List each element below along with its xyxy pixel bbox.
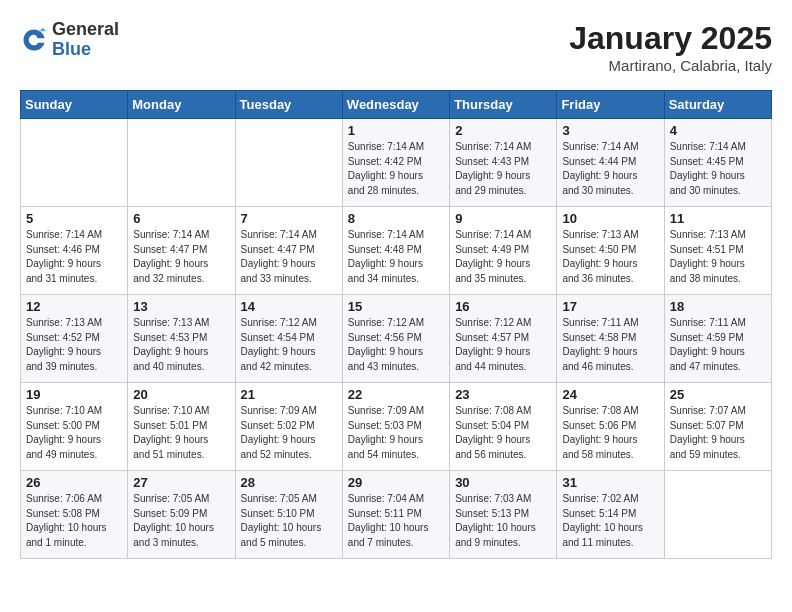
day-info: Sunrise: 7:08 AM Sunset: 5:06 PM Dayligh… (562, 404, 658, 462)
day-info: Sunrise: 7:08 AM Sunset: 5:04 PM Dayligh… (455, 404, 551, 462)
day-info: Sunrise: 7:13 AM Sunset: 4:50 PM Dayligh… (562, 228, 658, 286)
calendar-cell: 13Sunrise: 7:13 AM Sunset: 4:53 PM Dayli… (128, 295, 235, 383)
calendar-cell: 3Sunrise: 7:14 AM Sunset: 4:44 PM Daylig… (557, 119, 664, 207)
calendar-cell: 12Sunrise: 7:13 AM Sunset: 4:52 PM Dayli… (21, 295, 128, 383)
calendar-cell: 2Sunrise: 7:14 AM Sunset: 4:43 PM Daylig… (450, 119, 557, 207)
calendar-cell: 26Sunrise: 7:06 AM Sunset: 5:08 PM Dayli… (21, 471, 128, 559)
day-info: Sunrise: 7:11 AM Sunset: 4:59 PM Dayligh… (670, 316, 766, 374)
day-number: 5 (26, 211, 122, 226)
calendar-cell: 28Sunrise: 7:05 AM Sunset: 5:10 PM Dayli… (235, 471, 342, 559)
calendar-cell (128, 119, 235, 207)
day-info: Sunrise: 7:12 AM Sunset: 4:57 PM Dayligh… (455, 316, 551, 374)
day-info: Sunrise: 7:07 AM Sunset: 5:07 PM Dayligh… (670, 404, 766, 462)
day-info: Sunrise: 7:09 AM Sunset: 5:02 PM Dayligh… (241, 404, 337, 462)
calendar-cell: 20Sunrise: 7:10 AM Sunset: 5:01 PM Dayli… (128, 383, 235, 471)
day-number: 28 (241, 475, 337, 490)
day-info: Sunrise: 7:10 AM Sunset: 5:01 PM Dayligh… (133, 404, 229, 462)
weekday-header-friday: Friday (557, 91, 664, 119)
day-info: Sunrise: 7:14 AM Sunset: 4:48 PM Dayligh… (348, 228, 444, 286)
day-info: Sunrise: 7:11 AM Sunset: 4:58 PM Dayligh… (562, 316, 658, 374)
day-info: Sunrise: 7:05 AM Sunset: 5:10 PM Dayligh… (241, 492, 337, 550)
day-info: Sunrise: 7:04 AM Sunset: 5:11 PM Dayligh… (348, 492, 444, 550)
calendar-cell: 4Sunrise: 7:14 AM Sunset: 4:45 PM Daylig… (664, 119, 771, 207)
day-number: 29 (348, 475, 444, 490)
calendar-cell: 9Sunrise: 7:14 AM Sunset: 4:49 PM Daylig… (450, 207, 557, 295)
calendar-week-row: 19Sunrise: 7:10 AM Sunset: 5:00 PM Dayli… (21, 383, 772, 471)
calendar-cell: 8Sunrise: 7:14 AM Sunset: 4:48 PM Daylig… (342, 207, 449, 295)
day-info: Sunrise: 7:02 AM Sunset: 5:14 PM Dayligh… (562, 492, 658, 550)
day-number: 8 (348, 211, 444, 226)
day-number: 23 (455, 387, 551, 402)
calendar-cell: 16Sunrise: 7:12 AM Sunset: 4:57 PM Dayli… (450, 295, 557, 383)
day-number: 21 (241, 387, 337, 402)
day-info: Sunrise: 7:14 AM Sunset: 4:44 PM Dayligh… (562, 140, 658, 198)
logo-icon (20, 26, 48, 54)
day-info: Sunrise: 7:14 AM Sunset: 4:46 PM Dayligh… (26, 228, 122, 286)
day-info: Sunrise: 7:03 AM Sunset: 5:13 PM Dayligh… (455, 492, 551, 550)
day-info: Sunrise: 7:13 AM Sunset: 4:52 PM Dayligh… (26, 316, 122, 374)
day-number: 3 (562, 123, 658, 138)
title-block: January 2025 Martirano, Calabria, Italy (569, 20, 772, 74)
calendar-cell: 5Sunrise: 7:14 AM Sunset: 4:46 PM Daylig… (21, 207, 128, 295)
calendar-week-row: 1Sunrise: 7:14 AM Sunset: 4:42 PM Daylig… (21, 119, 772, 207)
day-info: Sunrise: 7:12 AM Sunset: 4:54 PM Dayligh… (241, 316, 337, 374)
weekday-header-row: SundayMondayTuesdayWednesdayThursdayFrid… (21, 91, 772, 119)
day-number: 19 (26, 387, 122, 402)
day-number: 31 (562, 475, 658, 490)
day-number: 18 (670, 299, 766, 314)
day-number: 10 (562, 211, 658, 226)
day-info: Sunrise: 7:12 AM Sunset: 4:56 PM Dayligh… (348, 316, 444, 374)
page-header: General Blue January 2025 Martirano, Cal… (20, 20, 772, 74)
day-number: 13 (133, 299, 229, 314)
day-info: Sunrise: 7:14 AM Sunset: 4:45 PM Dayligh… (670, 140, 766, 198)
day-number: 14 (241, 299, 337, 314)
weekday-header-sunday: Sunday (21, 91, 128, 119)
calendar-cell: 6Sunrise: 7:14 AM Sunset: 4:47 PM Daylig… (128, 207, 235, 295)
day-info: Sunrise: 7:14 AM Sunset: 4:47 PM Dayligh… (241, 228, 337, 286)
calendar-cell: 23Sunrise: 7:08 AM Sunset: 5:04 PM Dayli… (450, 383, 557, 471)
calendar-cell: 7Sunrise: 7:14 AM Sunset: 4:47 PM Daylig… (235, 207, 342, 295)
calendar-cell: 1Sunrise: 7:14 AM Sunset: 4:42 PM Daylig… (342, 119, 449, 207)
logo: General Blue (20, 20, 119, 60)
weekday-header-thursday: Thursday (450, 91, 557, 119)
logo-text: General Blue (52, 20, 119, 60)
calendar-cell: 31Sunrise: 7:02 AM Sunset: 5:14 PM Dayli… (557, 471, 664, 559)
day-info: Sunrise: 7:05 AM Sunset: 5:09 PM Dayligh… (133, 492, 229, 550)
calendar-cell: 22Sunrise: 7:09 AM Sunset: 5:03 PM Dayli… (342, 383, 449, 471)
calendar-cell: 14Sunrise: 7:12 AM Sunset: 4:54 PM Dayli… (235, 295, 342, 383)
calendar-subtitle: Martirano, Calabria, Italy (569, 57, 772, 74)
day-info: Sunrise: 7:13 AM Sunset: 4:51 PM Dayligh… (670, 228, 766, 286)
calendar-cell: 10Sunrise: 7:13 AM Sunset: 4:50 PM Dayli… (557, 207, 664, 295)
calendar-week-row: 26Sunrise: 7:06 AM Sunset: 5:08 PM Dayli… (21, 471, 772, 559)
day-number: 30 (455, 475, 551, 490)
day-info: Sunrise: 7:14 AM Sunset: 4:42 PM Dayligh… (348, 140, 444, 198)
day-number: 2 (455, 123, 551, 138)
calendar-cell (235, 119, 342, 207)
weekday-header-wednesday: Wednesday (342, 91, 449, 119)
calendar-cell: 17Sunrise: 7:11 AM Sunset: 4:58 PM Dayli… (557, 295, 664, 383)
day-number: 7 (241, 211, 337, 226)
day-info: Sunrise: 7:14 AM Sunset: 4:47 PM Dayligh… (133, 228, 229, 286)
day-number: 20 (133, 387, 229, 402)
day-number: 1 (348, 123, 444, 138)
day-info: Sunrise: 7:14 AM Sunset: 4:49 PM Dayligh… (455, 228, 551, 286)
day-number: 17 (562, 299, 658, 314)
day-number: 22 (348, 387, 444, 402)
day-number: 26 (26, 475, 122, 490)
day-number: 4 (670, 123, 766, 138)
calendar-cell: 25Sunrise: 7:07 AM Sunset: 5:07 PM Dayli… (664, 383, 771, 471)
day-number: 12 (26, 299, 122, 314)
calendar-cell: 24Sunrise: 7:08 AM Sunset: 5:06 PM Dayli… (557, 383, 664, 471)
calendar-cell: 30Sunrise: 7:03 AM Sunset: 5:13 PM Dayli… (450, 471, 557, 559)
calendar-cell: 27Sunrise: 7:05 AM Sunset: 5:09 PM Dayli… (128, 471, 235, 559)
calendar-cell (664, 471, 771, 559)
calendar-cell: 15Sunrise: 7:12 AM Sunset: 4:56 PM Dayli… (342, 295, 449, 383)
calendar-cell (21, 119, 128, 207)
day-info: Sunrise: 7:06 AM Sunset: 5:08 PM Dayligh… (26, 492, 122, 550)
day-number: 16 (455, 299, 551, 314)
day-info: Sunrise: 7:14 AM Sunset: 4:43 PM Dayligh… (455, 140, 551, 198)
day-number: 15 (348, 299, 444, 314)
day-info: Sunrise: 7:10 AM Sunset: 5:00 PM Dayligh… (26, 404, 122, 462)
calendar-cell: 29Sunrise: 7:04 AM Sunset: 5:11 PM Dayli… (342, 471, 449, 559)
calendar-cell: 18Sunrise: 7:11 AM Sunset: 4:59 PM Dayli… (664, 295, 771, 383)
